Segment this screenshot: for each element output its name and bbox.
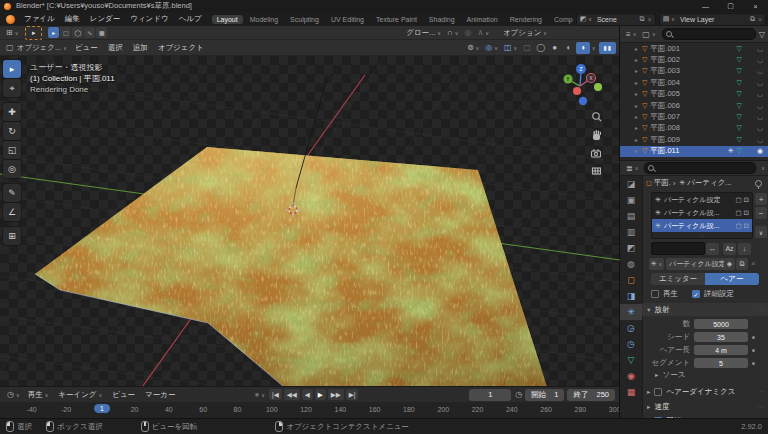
measure-tool-button[interactable]: ∠ (3, 203, 21, 221)
advanced-checkbox[interactable]: ✓ (692, 290, 700, 298)
particle-datablock-menu[interactable]: ✳∨ (649, 258, 664, 270)
menubar-menu-3[interactable]: ウィンドウ (125, 14, 173, 24)
particle-system-row-0[interactable]: ✳パーティクル設定▢⊡ (652, 193, 752, 206)
eye-closed-icon[interactable]: ◡ (756, 79, 764, 87)
gizmos-toggle[interactable]: ⊚ ∨ (464, 42, 482, 53)
annotate-tool-button[interactable]: ✎ (3, 184, 21, 202)
sort-alpha-icon[interactable]: Az (723, 243, 736, 255)
transport-button-2[interactable]: ◀ (302, 389, 313, 400)
rotate-tool-button[interactable]: ↻ (3, 122, 21, 140)
select-mode-4[interactable]: ▩ (96, 27, 107, 38)
properties-tab-output[interactable]: ▤ (620, 208, 642, 224)
properties-editor-type-button[interactable]: ≣ ∨ (623, 163, 641, 174)
outliner-row-平面.005[interactable]: ►▽平面.005▽◡ (620, 89, 768, 100)
maximize-button[interactable]: ▢ (718, 0, 743, 12)
shading-mode-2[interactable]: ◐ (562, 42, 576, 54)
hair-dynamics-checkbox[interactable] (654, 388, 662, 396)
properties-tab-object[interactable]: ◻ (620, 272, 642, 288)
menubar-menu-4[interactable]: ヘルプ (174, 14, 207, 24)
overlays-toggle[interactable]: ◎ ∨ (482, 42, 501, 53)
outliner-row-平面.009[interactable]: ►▽平面.009▽◡ (620, 134, 768, 145)
outliner-row-平面.008[interactable]: ►▽平面.008▽◡ (620, 123, 768, 134)
transport-button-1[interactable]: ◀◀ (284, 389, 300, 400)
eye-closed-icon[interactable]: ◡ (756, 45, 764, 53)
transport-button-0[interactable]: |◀ (269, 389, 282, 400)
workspace-tab-3[interactable]: UV Editing (326, 15, 369, 24)
timeline-menu-3[interactable]: マーカー (140, 390, 180, 400)
outliner-collection-button[interactable]: ▢ ∨ (639, 29, 658, 40)
transport-button-3[interactable]: ▶ (315, 389, 326, 400)
timeline-menu-1[interactable]: キーイング∨ (53, 390, 107, 400)
active-tool-button[interactable]: ▸ (25, 26, 42, 40)
workspace-tab-8[interactable]: Compositing (549, 15, 573, 24)
frame-start-field[interactable]: 開始 1 (525, 389, 564, 401)
render-toggle-icon[interactable]: ▢ (735, 222, 741, 230)
scale-tool-button[interactable]: ◱ (3, 141, 21, 159)
viewport-nav-icons[interactable] (592, 113, 602, 174)
timeline-menu-2[interactable]: ビュー (107, 390, 140, 400)
field-value-1[interactable]: 35 (694, 332, 748, 342)
transport-button-4[interactable]: ▶▶ (328, 389, 344, 400)
outliner-row-平面.003[interactable]: ►▽平面.003▽◡ (620, 66, 768, 77)
eye-closed-icon[interactable]: ◡ (756, 102, 764, 110)
properties-tab-object-data[interactable]: ▽ (620, 352, 642, 368)
select-mode-1[interactable]: ▢ (60, 27, 71, 38)
current-frame-indicator[interactable]: 1 (94, 404, 110, 413)
velocity-panel-header[interactable]: ► 速度 ⋯ (642, 400, 768, 413)
pin-icon[interactable] (755, 180, 762, 187)
breadcrumb-particles[interactable]: パーティク... (687, 178, 731, 188)
auto-keying-button[interactable]: ● ∨ (251, 389, 268, 400)
hair-dynamics-panel-header[interactable]: ► ヘアーダイナミクス ⋯ (642, 385, 768, 398)
remove-view-layer-icon[interactable]: × (758, 16, 762, 23)
chevron-down-icon[interactable]: ∨ (761, 165, 765, 171)
list-resize-grip[interactable]: ⋯ (652, 232, 752, 238)
viewport-toggle-icon[interactable]: ⊡ (744, 196, 749, 204)
new-view-layer-icon[interactable]: ⧉ (750, 15, 755, 23)
snap-disabled-button[interactable]: ▢ (520, 42, 534, 53)
add-cube-tool-button[interactable]: ⊞ (3, 227, 21, 245)
move-tool-button[interactable]: ✚ (3, 103, 21, 121)
shading-mode-0[interactable]: ◯ (534, 42, 548, 54)
render-toggle-icon[interactable]: ▢ (735, 209, 741, 217)
shading-mode-3[interactable]: ◑ (576, 42, 590, 54)
menubar-menu-2[interactable]: レンダー (85, 14, 126, 24)
menubar-menu-0[interactable]: ファイル (19, 14, 60, 24)
eye-open-icon[interactable]: ◉ (756, 147, 764, 155)
viewport-menu-3[interactable]: オブジェクト (153, 43, 209, 53)
expand-icon[interactable]: ► (634, 114, 639, 120)
frame-end-field[interactable]: 終了 250 (567, 389, 615, 401)
filter-icon[interactable]: ▽ (759, 30, 765, 39)
keyframe-dot-icon[interactable] (752, 349, 755, 352)
properties-tab-constraints[interactable]: ◷ (620, 336, 642, 352)
expand-icon[interactable]: ► (634, 148, 639, 154)
xray-toggle[interactable]: ◫ ∨ (501, 42, 520, 53)
particle-name-input[interactable] (651, 242, 705, 255)
falloff-dropdown[interactable]: ∧ ∨ (474, 27, 492, 38)
outliner-search-input[interactable] (662, 28, 756, 40)
expand-icon[interactable]: ► (634, 46, 639, 52)
unlink-scene-icon[interactable]: × (648, 16, 652, 23)
select-mode-2[interactable]: ◯ (72, 27, 83, 38)
expand-icon[interactable]: ► (634, 57, 639, 63)
select-mode-0[interactable]: ▸ (48, 27, 59, 38)
emitter-button[interactable]: エミッター (651, 273, 705, 285)
viewport-menu-0[interactable]: ビュー (70, 43, 103, 53)
particle-system-row-1[interactable]: ✳パーティクル設...▢⊡ (652, 206, 752, 219)
options-dropdown[interactable]: オプション ∨ (500, 27, 550, 38)
properties-tab-physics[interactable]: ◶ (620, 320, 642, 336)
transform-tool-button[interactable]: ◎ (3, 160, 21, 178)
viewport-menu-2[interactable]: 追加 (128, 43, 153, 53)
editor-type-button[interactable]: ⊞ ∨ (3, 27, 21, 38)
blender-menu-icon[interactable] (6, 15, 15, 24)
regrow-checkbox[interactable] (651, 290, 659, 298)
properties-tab-modifiers[interactable]: ◨ (620, 288, 642, 304)
workspace-tab-2[interactable]: Sculpting (285, 15, 324, 24)
unlink-datablock-icon[interactable]: × (751, 259, 756, 268)
expand-icon[interactable]: ► (634, 91, 639, 97)
swap-icon[interactable]: ↔ (706, 243, 719, 255)
outliner-row-平面.001[interactable]: ►▽平面.001▽◡ (620, 43, 768, 54)
outliner-display-mode-button[interactable]: ≡ ∨ (623, 29, 639, 40)
fake-user-shield-icon[interactable]: ◈ (724, 258, 735, 270)
3d-viewport[interactable]: Z X Y ユーザー (0, 56, 620, 386)
workspace-tab-4[interactable]: Texture Paint (371, 15, 422, 24)
